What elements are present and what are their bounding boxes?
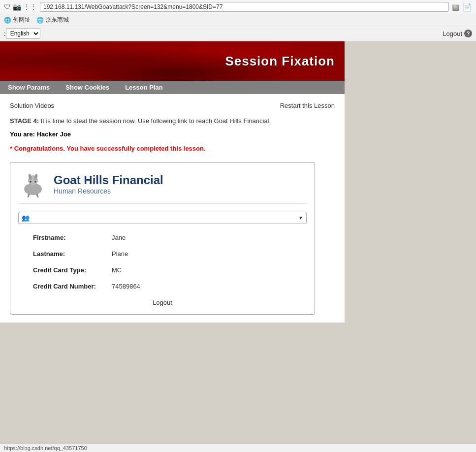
bookmark-jd[interactable]: 🌐 京东商城 bbox=[36, 16, 69, 24]
globe-icon-2: 🌐 bbox=[36, 17, 44, 24]
browser-action-icons: ▦ 📄 bbox=[452, 2, 472, 12]
panel-dropdown[interactable]: 👥 ▼ bbox=[18, 212, 307, 224]
svg-line-4 bbox=[28, 194, 29, 197]
url-text: 192.168.11.131/WebGoat/attack?Screen=132… bbox=[43, 3, 222, 10]
content-area: Solution Videos Restart this Lesson STAG… bbox=[0, 94, 345, 323]
cc-type-label: Credit Card Type: bbox=[33, 266, 112, 274]
you-are-row: You are: Hacker Joe bbox=[10, 130, 335, 138]
cc-number-row: Credit Card Number: 74589864 bbox=[33, 283, 292, 290]
company-name: Goat Hills Financial bbox=[54, 173, 163, 187]
you-are-label: You are: bbox=[10, 130, 35, 138]
company-sub: Human Resources bbox=[54, 187, 163, 195]
language-select[interactable]: English bbox=[6, 28, 40, 39]
svg-point-6 bbox=[30, 181, 32, 183]
menu-icon: ⋮⋮ bbox=[23, 3, 37, 11]
reader-icon: 📄 bbox=[462, 2, 472, 12]
cc-number-label: Credit Card Number: bbox=[33, 283, 112, 290]
globe-icon: 🌐 bbox=[4, 17, 11, 24]
nav-bar: Show Params Show Cookies Lesson Plan bbox=[0, 81, 345, 94]
solution-videos-link[interactable]: Solution Videos bbox=[10, 102, 54, 109]
cc-type-row: Credit Card Type: MC bbox=[33, 266, 292, 274]
you-are-value: Hacker Joe bbox=[37, 130, 71, 138]
lastname-row: Lastname: Plane bbox=[33, 250, 292, 258]
bookmarks-bar: 🌐 创网址 🌐 京东商城 bbox=[0, 14, 476, 26]
camera-icon: 📷 bbox=[13, 3, 21, 11]
stage-description: It is time to steal the session now. Use… bbox=[41, 117, 271, 125]
company-info: Goat Hills Financial Human Resources bbox=[54, 173, 163, 195]
bookmark-site[interactable]: 🌐 创网址 bbox=[4, 16, 31, 24]
url-bar[interactable]: 192.168.11.131/WebGoat/attack?Screen=132… bbox=[40, 2, 449, 12]
restart-lesson-link[interactable]: Restart this Lesson bbox=[280, 102, 335, 109]
firstname-row: Firstname: Jane bbox=[33, 234, 292, 241]
browser-nav-icons: 🛡 📷 ⋮⋮ bbox=[4, 3, 37, 11]
financial-panel: Goat Hills Financial Human Resources 👥 ▼… bbox=[10, 162, 315, 315]
bookmark-label-2: 京东商城 bbox=[45, 16, 69, 24]
svg-point-7 bbox=[34, 181, 36, 183]
shield-icon: 🛡 bbox=[4, 3, 11, 11]
firstname-label: Firstname: bbox=[33, 234, 112, 241]
cc-type-value: MC bbox=[112, 266, 122, 274]
cc-number-value: 74589864 bbox=[112, 283, 140, 290]
banner-title: Session Fixation bbox=[225, 54, 335, 69]
lastname-label: Lastname: bbox=[33, 250, 112, 258]
bookmark-label-1: 创网址 bbox=[13, 16, 31, 24]
lastname-value: Plane bbox=[112, 250, 128, 258]
address-bar: 🛡 📷 ⋮⋮ 192.168.11.131/WebGoat/attack?Scr… bbox=[0, 0, 476, 14]
info-table: Firstname: Jane Lastname: Plane Credit C… bbox=[18, 234, 307, 290]
app-banner: Session Fixation bbox=[0, 41, 345, 81]
svg-line-5 bbox=[37, 194, 38, 197]
browser-chrome: 🛡 📷 ⋮⋮ 192.168.11.131/WebGoat/attack?Scr… bbox=[0, 0, 476, 26]
logout-button[interactable]: Logout ? bbox=[443, 30, 472, 37]
main-content: Session Fixation Show Params Show Cookie… bbox=[0, 41, 345, 323]
chevron-down-icon: ▼ bbox=[298, 215, 303, 221]
nav-lesson-plan[interactable]: Lesson Plan bbox=[117, 81, 171, 94]
app-toolbar: : English Logout ? bbox=[0, 26, 476, 41]
company-logo bbox=[18, 170, 48, 197]
panel-logout-button[interactable]: Logout bbox=[18, 299, 307, 306]
stage-number: STAGE 4: bbox=[10, 117, 39, 125]
congrats-message: * Congratulations. You have successfully… bbox=[10, 145, 335, 152]
nav-show-params[interactable]: Show Params bbox=[0, 81, 58, 94]
company-header: Goat Hills Financial Human Resources bbox=[18, 170, 307, 204]
stage-text: STAGE 4: It is time to steal the session… bbox=[10, 117, 335, 125]
help-icon[interactable]: ? bbox=[464, 30, 472, 37]
nav-show-cookies[interactable]: Show Cookies bbox=[58, 81, 117, 94]
qr-icon: ▦ bbox=[452, 2, 459, 12]
firstname-value: Jane bbox=[112, 234, 126, 241]
links-row: Solution Videos Restart this Lesson bbox=[10, 102, 335, 109]
people-icon: 👥 bbox=[22, 214, 30, 222]
logout-label: Logout bbox=[443, 30, 462, 37]
